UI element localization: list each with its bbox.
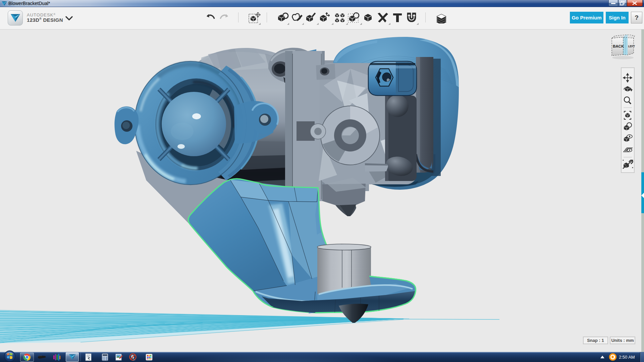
svg-text:LEFT: LEFT bbox=[628, 44, 635, 48]
svg-text:BACK: BACK bbox=[613, 44, 624, 48]
